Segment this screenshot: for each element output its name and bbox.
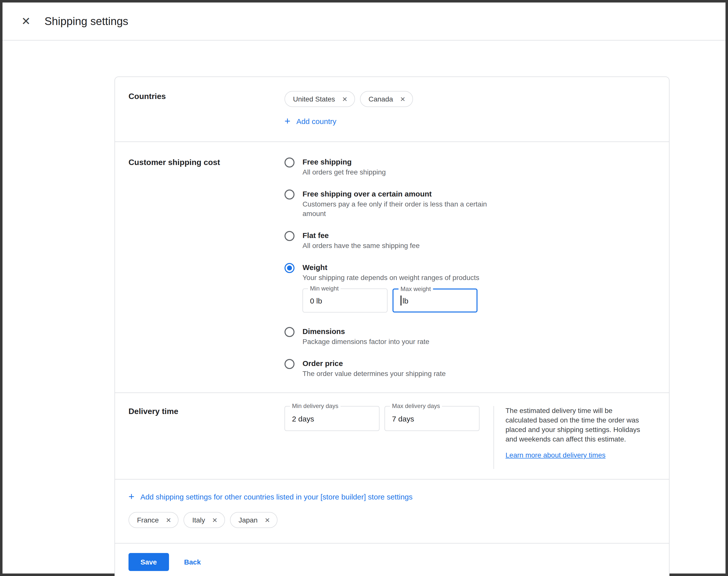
close-button[interactable]: ✕ <box>16 11 36 31</box>
radio-icon[interactable] <box>285 157 294 168</box>
remove-chip-icon[interactable]: ✕ <box>263 516 271 524</box>
max-delivery-days-value: 7 days <box>392 406 414 431</box>
chip-label: Japan <box>238 516 258 524</box>
option-description: Customers pay a fee only if their order … <box>302 200 497 219</box>
remove-chip-icon[interactable]: ✕ <box>165 516 172 524</box>
option-description: Package dimensions factor into your rate <box>302 337 429 346</box>
close-icon: ✕ <box>22 15 31 28</box>
radio-icon-selected[interactable] <box>285 263 294 273</box>
option-free-shipping[interactable]: Free shipping All orders get free shippi… <box>285 157 656 177</box>
weight-fields: Min weight 0 lb Max weight lb <box>302 288 479 313</box>
country-chip-italy[interactable]: Italy ✕ <box>184 512 225 528</box>
save-button[interactable]: Save <box>128 553 169 571</box>
chip-label: Canada <box>369 95 393 103</box>
learn-more-link[interactable]: Learn more about delivery times <box>505 451 606 459</box>
vertical-divider <box>494 406 494 469</box>
shipping-cost-label: Customer shipping cost <box>128 157 285 391</box>
scale-root: ✕ Shipping settings Countries United Sta… <box>0 0 728 576</box>
country-chip-canada[interactable]: Canada ✕ <box>360 91 413 107</box>
option-title: Flat fee <box>302 230 420 240</box>
delivery-time-section: Delivery time Min delivery days 2 days M… <box>115 393 669 480</box>
min-weight-field[interactable]: Min weight 0 lb <box>302 288 387 313</box>
delivery-time-label: Delivery time <box>128 406 285 469</box>
chip-label: United States <box>293 95 335 103</box>
add-shipping-settings-label: Add shipping settings for other countrie… <box>140 492 412 501</box>
chip-label: Italy <box>192 516 205 524</box>
option-free-shipping-over-amount[interactable]: Free shipping over a certain amount Cust… <box>285 189 656 219</box>
add-country-button[interactable]: + Add country <box>285 116 336 126</box>
add-country-label: Add country <box>296 117 336 125</box>
countries-section: Countries United States ✕ Canada ✕ + <box>115 77 669 142</box>
plus-icon: + <box>128 491 134 501</box>
radio-icon[interactable] <box>285 190 294 200</box>
radio-icon[interactable] <box>285 231 294 241</box>
countries-content: United States ✕ Canada ✕ + Add country <box>285 91 656 126</box>
radio-icon[interactable] <box>285 327 294 337</box>
max-delivery-days-field[interactable]: Max delivery days 7 days <box>384 406 479 431</box>
add-shipping-settings-button[interactable]: + Add shipping settings for other countr… <box>128 491 412 501</box>
countries-chip-row: United States ✕ Canada ✕ <box>285 91 656 107</box>
option-description: Your shipping rate depends on weight ran… <box>302 273 479 283</box>
countries-label: Countries <box>128 91 285 126</box>
option-title: Weight <box>302 262 479 272</box>
country-chip-japan[interactable]: Japan ✕ <box>230 512 278 528</box>
chip-label: France <box>137 516 159 524</box>
footer-actions: Save Back <box>115 544 669 576</box>
remove-chip-icon[interactable]: ✕ <box>399 95 407 103</box>
option-title: Free shipping over a certain amount <box>302 189 497 199</box>
radio-icon[interactable] <box>285 359 294 369</box>
option-title: Order price <box>302 358 446 369</box>
remove-chip-icon[interactable]: ✕ <box>211 516 219 524</box>
option-dimensions[interactable]: Dimensions Package dimensions factor int… <box>285 326 656 346</box>
min-delivery-days-field[interactable]: Min delivery days 2 days <box>285 406 379 431</box>
option-description: The order value determines your shipping… <box>302 369 446 378</box>
screenshot-frame: ✕ Shipping settings Countries United Sta… <box>0 0 728 576</box>
dialog-header: ✕ Shipping settings <box>2 2 726 40</box>
shipping-cost-section: Customer shipping cost Free shipping All… <box>115 142 669 393</box>
delivery-time-note: The estimated delivery time will be calc… <box>505 406 641 444</box>
option-title: Dimensions <box>302 326 429 337</box>
plus-icon: + <box>285 116 290 126</box>
text-cursor <box>401 295 402 306</box>
dialog-title: Shipping settings <box>45 15 128 28</box>
option-description: All orders get free shipping <box>302 168 386 177</box>
min-weight-field-value: 0 lb <box>310 289 322 312</box>
max-weight-field[interactable]: Max weight lb <box>392 288 477 313</box>
delivery-time-content: Min delivery days 2 days Max delivery da… <box>285 406 656 469</box>
country-chip-france[interactable]: France ✕ <box>128 512 179 528</box>
option-description: All orders have the same shipping fee <box>302 241 420 251</box>
remove-chip-icon[interactable]: ✕ <box>341 95 349 103</box>
option-flat-fee[interactable]: Flat fee All orders have the same shippi… <box>285 230 656 251</box>
other-countries-section: + Add shipping settings for other countr… <box>115 480 669 544</box>
shipping-cost-options: Free shipping All orders get free shippi… <box>285 157 656 391</box>
country-chip-united-states[interactable]: United States ✕ <box>285 91 355 107</box>
option-title: Free shipping <box>302 157 386 167</box>
option-weight[interactable]: Weight Your shipping rate depends on wei… <box>285 262 656 315</box>
shipping-settings-card: Countries United States ✕ Canada ✕ + <box>115 77 670 576</box>
other-countries-chip-row: France ✕ Italy ✕ Japan ✕ <box>128 512 656 528</box>
min-delivery-days-value: 2 days <box>292 406 314 431</box>
option-order-price[interactable]: Order price The order value determines y… <box>285 358 656 378</box>
back-button[interactable]: Back <box>184 558 201 566</box>
max-weight-field-value: lb <box>403 296 408 305</box>
